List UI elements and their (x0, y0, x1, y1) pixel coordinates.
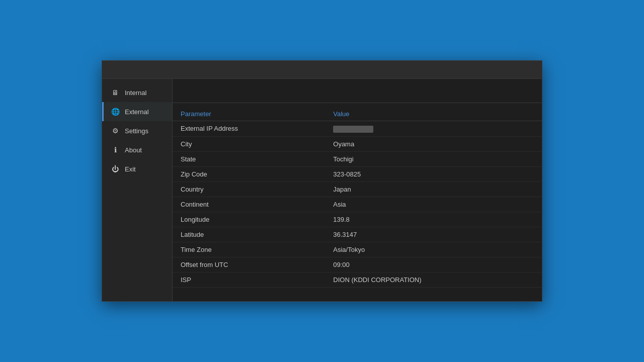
cell-param-3: Zip Code (173, 166, 325, 182)
external-icon: 🌐 (111, 107, 120, 116)
cell-value-4: Japan (325, 182, 542, 197)
data-table: Parameter Value External IP AddressCityO… (173, 107, 542, 288)
cell-param-6: Longitude (173, 212, 325, 227)
cell-param-9: Offset from UTC (173, 257, 325, 272)
cell-value-3: 323-0825 (325, 166, 542, 182)
cell-value-6: 139.8 (325, 212, 542, 227)
table-container: Parameter Value External IP AddressCityO… (173, 103, 542, 301)
cell-value-2: Tochigi (325, 151, 542, 166)
map-button[interactable] (500, 83, 516, 99)
sidebar-item-settings[interactable]: ⚙ Settings (102, 121, 172, 140)
cell-param-0: External IP Address (173, 121, 325, 137)
window-controls (466, 61, 536, 79)
table-row: ISPDION (KDDI CORPORATION) (173, 272, 542, 287)
table-row: Time ZoneAsia/Tokyo (173, 242, 542, 257)
cell-param-5: Continent (173, 197, 325, 212)
refresh-button[interactable] (481, 83, 498, 99)
cell-param-2: State (173, 151, 325, 166)
cell-param-10: ISP (173, 272, 325, 287)
cell-value-5: Asia (325, 197, 542, 212)
sidebar-label-settings: Settings (125, 127, 148, 135)
about-icon: ℹ (111, 145, 120, 154)
sidebar: 🖥 Internal 🌐 External ⚙ Settings ℹ About… (102, 79, 173, 301)
table-header-row: Parameter Value (173, 107, 542, 121)
sidebar-item-exit[interactable]: ⏻ Exit (102, 159, 172, 178)
sidebar-item-external[interactable]: 🌐 External (102, 102, 172, 121)
sidebar-label-external: External (125, 108, 149, 116)
table-row: Zip Code323-0825 (173, 166, 542, 182)
sidebar-item-internal[interactable]: 🖥 Internal (102, 83, 172, 102)
column-header-value: Value (325, 107, 542, 121)
sidebar-label-about: About (125, 146, 142, 154)
ip-placeholder (333, 126, 373, 133)
cell-value-1: Oyama (325, 136, 542, 151)
main-header (173, 79, 542, 103)
sidebar-item-about[interactable]: ℹ About (102, 140, 172, 159)
cell-value-8: Asia/Tokyo (325, 242, 542, 257)
table-row: Offset from UTC09:00 (173, 257, 542, 272)
titlebar (102, 61, 542, 79)
table-row: ContinentAsia (173, 197, 542, 212)
table-row: External IP Address (173, 121, 542, 137)
more-button[interactable] (518, 83, 534, 99)
main-panel: Parameter Value External IP AddressCityO… (173, 79, 542, 301)
settings-icon: ⚙ (111, 126, 120, 135)
app-content: 🖥 Internal 🌐 External ⚙ Settings ℹ About… (102, 79, 542, 301)
cell-value-0 (325, 121, 542, 137)
sidebar-label-internal: Internal (125, 89, 146, 97)
minimize-button[interactable] (466, 61, 490, 79)
cell-param-7: Latitude (173, 227, 325, 242)
cell-param-1: City (173, 136, 325, 151)
table-row: StateTochigi (173, 151, 542, 166)
header-actions (481, 83, 534, 99)
cell-param-4: Country (173, 182, 325, 197)
table-row: CountryJapan (173, 182, 542, 197)
cell-value-9: 09:00 (325, 257, 542, 272)
sidebar-label-exit: Exit (125, 165, 136, 173)
column-header-parameter: Parameter (173, 107, 325, 121)
maximize-button[interactable] (490, 61, 513, 79)
table-row: CityOyama (173, 136, 542, 151)
close-button[interactable] (513, 61, 536, 79)
cell-value-10: DION (KDDI CORPORATION) (325, 272, 542, 287)
table-row: Latitude36.3147 (173, 227, 542, 242)
exit-icon: ⏻ (111, 164, 120, 173)
app-window: 🖥 Internal 🌐 External ⚙ Settings ℹ About… (102, 60, 542, 302)
internal-icon: 🖥 (111, 88, 120, 97)
cell-param-8: Time Zone (173, 242, 325, 257)
table-row: Longitude139.8 (173, 212, 542, 227)
cell-value-7: 36.3147 (325, 227, 542, 242)
